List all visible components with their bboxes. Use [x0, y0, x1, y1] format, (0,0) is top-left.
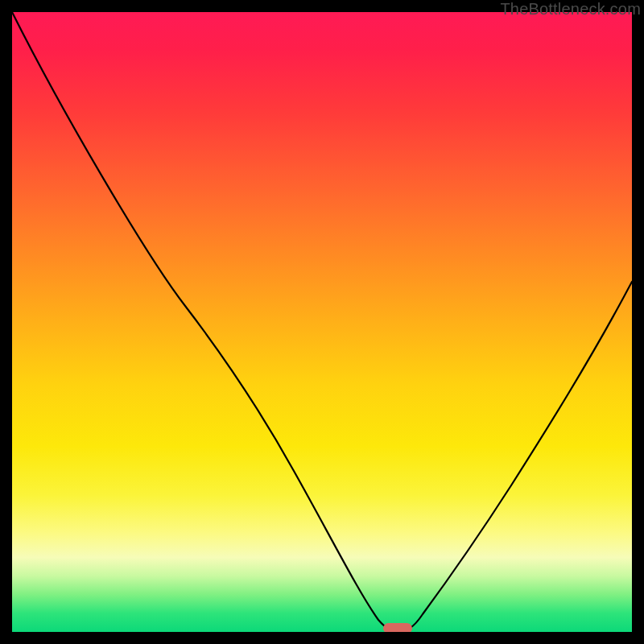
watermark-text: TheBottleneck.com	[500, 0, 641, 19]
plot-area	[12, 12, 632, 632]
chart-frame: TheBottleneck.com	[0, 0, 644, 644]
bottleneck-curve	[12, 12, 632, 631]
curve-layer	[12, 12, 632, 632]
min-marker	[383, 623, 412, 632]
